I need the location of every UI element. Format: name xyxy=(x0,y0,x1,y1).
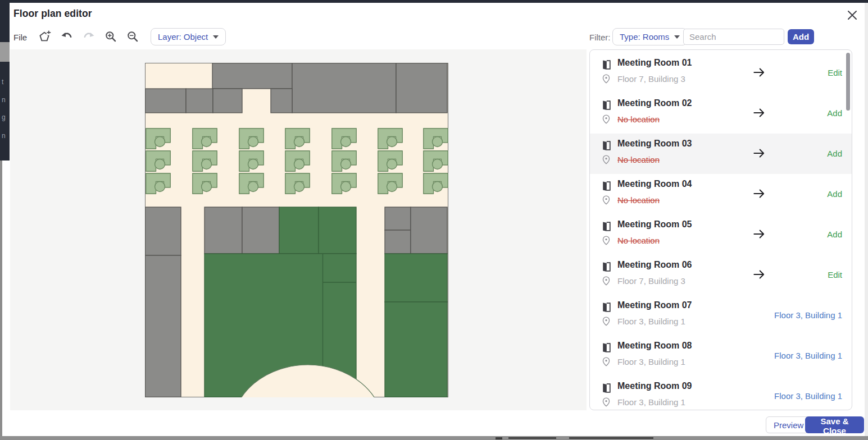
type-filter-dropdown[interactable]: Type: Rooms xyxy=(612,28,687,45)
go-to-room-arrow-icon[interactable] xyxy=(752,106,766,120)
room-location: Floor 7, Building 3 xyxy=(617,276,685,286)
location-pin-icon xyxy=(601,195,611,208)
room-location: No location xyxy=(617,195,660,205)
room-name: Meeting Room 07 xyxy=(617,300,692,310)
room-location: Floor 3, Building 1 xyxy=(617,317,685,326)
add-shape-icon[interactable] xyxy=(37,28,52,46)
redo-icon xyxy=(81,28,96,46)
room-list-item[interactable]: Meeting Room 08Floor 3, Building 1Floor … xyxy=(590,336,852,376)
floor-plan-canvas[interactable] xyxy=(10,49,587,410)
page-bottom-fragment xyxy=(496,437,502,439)
room-list: Meeting Room 01Floor 7, Building 3EditMe… xyxy=(590,53,852,410)
door-icon xyxy=(601,261,612,275)
search-input[interactable] xyxy=(683,29,784,45)
page-edge-sliver xyxy=(0,161,2,440)
sidebar-text-fragment: n xyxy=(2,132,6,139)
go-to-room-arrow-icon[interactable] xyxy=(752,146,766,161)
sidebar-text-fragment: t xyxy=(2,79,3,85)
room-name: Meeting Room 05 xyxy=(617,219,692,230)
screen: t n g n Floor plan editor File xyxy=(0,0,868,440)
room-action-link[interactable]: Edit xyxy=(828,68,842,77)
zoom-out-icon[interactable] xyxy=(126,28,140,46)
door-icon xyxy=(601,180,612,194)
room-name: Meeting Room 02 xyxy=(617,98,692,108)
zoom-in-icon[interactable] xyxy=(104,28,119,46)
page-bottom-fragment xyxy=(508,437,556,439)
door-icon xyxy=(601,59,612,73)
floor-plan-editor-dialog: Floor plan editor File xyxy=(10,3,864,436)
page-sidebar-sliver: t n g n xyxy=(0,0,10,161)
close-icon[interactable] xyxy=(845,8,860,22)
location-pin-icon xyxy=(601,74,611,86)
room-list-item[interactable]: Meeting Room 07Floor 3, Building 1Floor … xyxy=(590,295,852,336)
undo-icon[interactable] xyxy=(60,28,74,46)
room-name: Meeting Room 09 xyxy=(617,381,692,391)
floor-plan-svg[interactable] xyxy=(145,63,448,397)
door-icon xyxy=(601,301,612,315)
sidebar-text-fragment: g xyxy=(2,114,6,121)
room-location: Floor 7, Building 3 xyxy=(617,74,685,84)
room-list-item[interactable]: Meeting Room 09Floor 3, Building 1Floor … xyxy=(590,376,852,410)
room-list-item[interactable]: Meeting Room 06Floor 7, Building 3Edit xyxy=(590,255,852,295)
room-location: Floor 3, Building 1 xyxy=(617,397,685,407)
room-name: Meeting Room 04 xyxy=(617,179,692,189)
door-icon xyxy=(601,99,612,113)
room-action-link[interactable]: Floor 3, Building 1 xyxy=(774,351,842,360)
page-bottom-fragment xyxy=(569,437,653,439)
scrollbar-thumb[interactable] xyxy=(846,53,850,111)
location-pin-icon xyxy=(601,154,611,167)
room-name: Meeting Room 06 xyxy=(617,260,692,270)
room-action-link[interactable]: Edit xyxy=(828,270,842,279)
room-action-link[interactable]: Add xyxy=(827,149,842,158)
room-location: No location xyxy=(617,114,660,124)
location-pin-icon xyxy=(601,114,611,127)
layer-dropdown-label: Layer: Object xyxy=(158,32,208,42)
room-location: No location xyxy=(617,236,660,245)
go-to-room-arrow-icon[interactable] xyxy=(752,227,766,241)
file-menu[interactable]: File xyxy=(13,28,27,46)
room-list-item[interactable]: Meeting Room 03No locationAdd xyxy=(590,134,852,174)
room-location: No location xyxy=(617,155,660,164)
dialog-title: Floor plan editor xyxy=(13,8,92,20)
page-sidebar-item-sliver xyxy=(0,42,10,62)
room-action-link[interactable]: Add xyxy=(827,108,842,118)
go-to-room-arrow-icon[interactable] xyxy=(752,267,766,282)
add-button[interactable]: Add xyxy=(788,29,814,44)
layer-dropdown[interactable]: Layer: Object xyxy=(151,28,226,45)
page-bottom-sliver xyxy=(0,436,868,440)
room-list-item[interactable]: Meeting Room 02No locationAdd xyxy=(590,93,852,134)
room-name: Meeting Room 08 xyxy=(617,341,692,351)
chevron-down-icon xyxy=(213,35,219,39)
type-filter-label: Type: Rooms xyxy=(620,32,669,42)
location-pin-icon xyxy=(601,316,611,329)
room-list-item[interactable]: Meeting Room 05No locationAdd xyxy=(590,214,852,255)
save-close-button[interactable]: Save & Close xyxy=(805,416,864,433)
room-action-link[interactable]: Add xyxy=(827,189,842,199)
room-list-item[interactable]: Meeting Room 01Floor 7, Building 3Edit xyxy=(590,53,852,93)
location-pin-icon xyxy=(601,276,611,288)
chevron-down-icon xyxy=(674,35,680,39)
room-location: Floor 3, Building 1 xyxy=(617,357,685,366)
location-pin-icon xyxy=(601,397,611,410)
room-action-link[interactable]: Floor 3, Building 1 xyxy=(774,391,842,401)
door-icon xyxy=(601,221,612,235)
room-list-panel: Meeting Room 01Floor 7, Building 3EditMe… xyxy=(589,49,852,410)
door-icon xyxy=(601,342,612,356)
location-pin-icon xyxy=(601,356,611,369)
room-list-item[interactable]: Meeting Room 04No locationAdd xyxy=(590,174,852,214)
go-to-room-arrow-icon[interactable] xyxy=(752,65,766,80)
go-to-room-arrow-icon[interactable] xyxy=(752,186,766,201)
location-pin-icon xyxy=(601,235,611,248)
filter-label: Filter: xyxy=(589,28,611,46)
room-action-link[interactable]: Add xyxy=(827,230,842,239)
room-name: Meeting Room 03 xyxy=(617,139,692,149)
room-name: Meeting Room 01 xyxy=(617,58,692,68)
page-right-sliver xyxy=(865,3,868,436)
door-icon xyxy=(601,140,612,154)
door-icon xyxy=(601,382,612,396)
sidebar-text-fragment: n xyxy=(2,97,6,103)
room-action-link[interactable]: Floor 3, Building 1 xyxy=(774,310,842,320)
